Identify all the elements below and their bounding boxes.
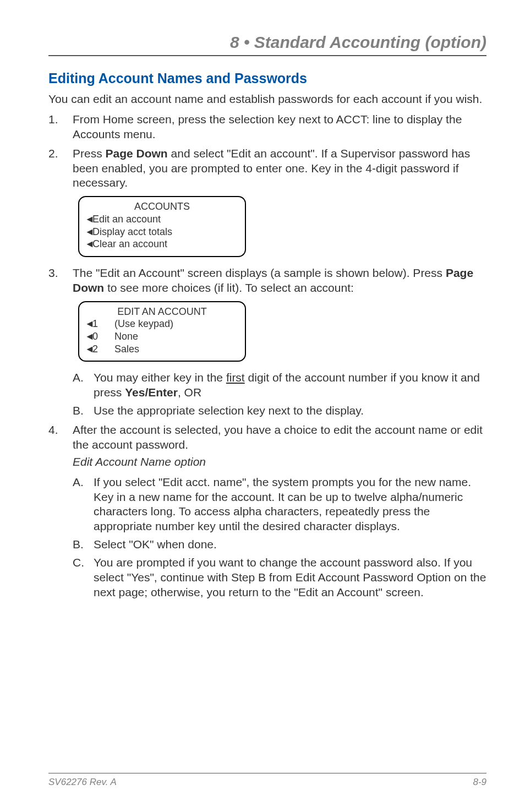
step-3-text-c: to see more choices (if lit). To select … xyxy=(104,281,354,294)
step-2: Press Page Down and select "Edit an acco… xyxy=(48,146,486,257)
triangle-icon: ◄ xyxy=(85,238,92,250)
lcd2-r2n: 0 xyxy=(92,331,98,342)
s3A-first: first xyxy=(226,371,245,384)
s3B: Use the appropriate selection key next t… xyxy=(94,404,364,417)
intro-paragraph: You can edit an account name and establi… xyxy=(48,92,486,107)
chapter-header: 8 • Standard Accounting (option) xyxy=(48,33,486,56)
triangle-icon: ◄ xyxy=(85,330,92,343)
lcd2-r3n: 2 xyxy=(92,344,98,355)
lcd-accounts: ACCOUNTS ◄Edit an account ◄Display acct … xyxy=(78,196,246,257)
step-4-sublist: If you select "Edit acct. name", the sys… xyxy=(73,475,486,600)
lcd-edit-title: EDIT AN ACCOUNT xyxy=(85,306,239,318)
step-3-text-a: The "Edit an Account" screen displays (a… xyxy=(73,266,446,279)
lcd-edit-account: EDIT AN ACCOUNT ◄1 (Use keypad) ◄0 None … xyxy=(78,301,246,362)
lcd-accounts-row-1: ◄Edit an account xyxy=(85,213,239,226)
step-2-pagedown: Page Down xyxy=(106,147,168,160)
step-3: The "Edit an Account" screen displays (a… xyxy=(48,266,486,418)
section-title: Editing Account Names and Passwords xyxy=(48,70,486,86)
lcd1-r3: Clear an account xyxy=(92,238,167,249)
step-4-subheading: Edit Account Name option xyxy=(73,455,486,470)
lcd-edit-row-3: ◄2 Sales xyxy=(85,343,239,356)
step-3-sublist: You may either key in the first digit of… xyxy=(73,370,486,418)
triangle-icon: ◄ xyxy=(85,226,92,238)
step-4a: If you select "Edit acct. name", the sys… xyxy=(73,475,486,535)
lcd1-r2: Display acct totals xyxy=(92,226,172,237)
step-4-text: After the account is selected, you have … xyxy=(73,423,483,451)
lcd-accounts-row-3: ◄Clear an account xyxy=(85,238,239,250)
lcd1-r1: Edit an account xyxy=(92,214,161,225)
s4C: You are prompted if you want to change t… xyxy=(94,556,486,598)
footer-left: SV62276 Rev. A xyxy=(48,777,117,788)
step-4: After the account is selected, you have … xyxy=(48,423,486,600)
s3A-yesenter: Yes/Enter xyxy=(125,386,178,399)
s4A: If you select "Edit acct. name", the sys… xyxy=(94,476,471,533)
lcd2-r3t: Sales xyxy=(114,344,139,355)
lcd2-r2t: None xyxy=(114,331,138,342)
s3A-d: , OR xyxy=(178,386,201,399)
s4B: Select "OK" when done. xyxy=(94,538,217,551)
step-1-text: From Home screen, press the selection ke… xyxy=(73,113,462,140)
step-4b: Select "OK" when done. xyxy=(73,537,486,552)
lcd-edit-row-1: ◄1 (Use keypad) xyxy=(85,318,239,330)
step-3a: You may either key in the first digit of… xyxy=(73,370,486,400)
step-1: From Home screen, press the selection ke… xyxy=(48,112,486,142)
triangle-icon: ◄ xyxy=(85,318,92,330)
lcd-accounts-row-2: ◄Display acct totals xyxy=(85,226,239,238)
triangle-icon: ◄ xyxy=(85,213,92,226)
lcd2-r1n: 1 xyxy=(92,318,98,329)
step-2-text-a: Press xyxy=(73,147,106,160)
lcd2-r1t: (Use keypad) xyxy=(114,318,173,329)
s3A-a: You may either key in the xyxy=(94,371,226,384)
footer-right: 8-9 xyxy=(473,777,486,788)
step-3b: Use the appropriate selection key next t… xyxy=(73,404,486,418)
triangle-icon: ◄ xyxy=(85,343,92,356)
main-steps-list: From Home screen, press the selection ke… xyxy=(48,112,486,600)
page-footer: SV62276 Rev. A 8-9 xyxy=(48,773,486,788)
step-4c: You are prompted if you want to change t… xyxy=(73,555,486,600)
lcd-accounts-title: ACCOUNTS xyxy=(85,200,239,213)
lcd-edit-row-2: ◄0 None xyxy=(85,330,239,343)
